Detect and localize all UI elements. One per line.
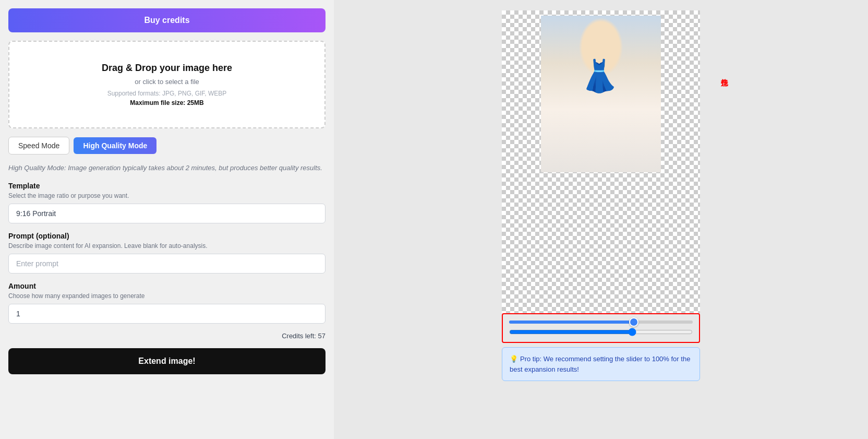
slider-fill xyxy=(509,321,634,324)
prompt-input[interactable] xyxy=(8,254,326,274)
template-section: Template Select the image ratio or purpo… xyxy=(8,182,326,223)
upload-area[interactable]: Drag & Drop your image here or click to … xyxy=(8,41,326,128)
lightbulb-icon: 💡 xyxy=(510,355,518,363)
extend-button[interactable]: Extend image! xyxy=(8,348,326,374)
photo-image xyxy=(541,16,661,172)
slider-input[interactable] xyxy=(509,328,693,336)
slider-container xyxy=(502,313,700,343)
mode-buttons: Speed Mode High Quality Mode xyxy=(8,137,326,155)
slider-track xyxy=(509,321,693,324)
left-panel: Buy credits Drag & Drop your image here … xyxy=(0,0,334,439)
right-panel: 任意拖拽 💡Pro tip: We recommend setting the … xyxy=(334,0,868,439)
buy-credits-button[interactable]: Buy credits xyxy=(8,8,326,32)
prompt-section: Prompt (optional) Describe image content… xyxy=(8,232,326,274)
amount-input[interactable] xyxy=(8,304,326,324)
upload-maxsize: Maximum file size: 25MB xyxy=(20,99,314,106)
amount-sublabel: Choose how many expanded images to gener… xyxy=(8,292,326,300)
checkerboard-bg: 任意拖拽 xyxy=(502,10,700,313)
credits-left: Credits left: 57 xyxy=(8,332,326,340)
template-sublabel: Select the image ratio or purpose you wa… xyxy=(8,192,326,199)
template-label: Template xyxy=(8,182,326,190)
prompt-label: Prompt (optional) xyxy=(8,232,326,240)
prompt-sublabel: Describe image content for AI expansion.… xyxy=(8,242,326,250)
upload-subtitle: or click to select a file xyxy=(20,78,314,86)
mode-description: High Quality Mode: Image generation typi… xyxy=(8,163,326,173)
amount-label: Amount xyxy=(8,282,326,290)
upload-title: Drag & Drop your image here xyxy=(20,63,314,74)
canvas-area: 任意拖拽 💡Pro tip: We recommend setting the … xyxy=(502,10,700,381)
speed-mode-button[interactable]: Speed Mode xyxy=(8,137,69,155)
amount-section: Amount Choose how many expanded images t… xyxy=(8,282,326,324)
template-input[interactable] xyxy=(8,204,326,223)
pro-tip: 💡Pro tip: We recommend setting the slide… xyxy=(502,347,700,381)
high-quality-mode-button[interactable]: High Quality Mode xyxy=(74,137,156,154)
slider-thumb xyxy=(629,317,638,327)
upload-formats: Supported formats: JPG, PNG, GIF, WEBP xyxy=(20,90,314,97)
